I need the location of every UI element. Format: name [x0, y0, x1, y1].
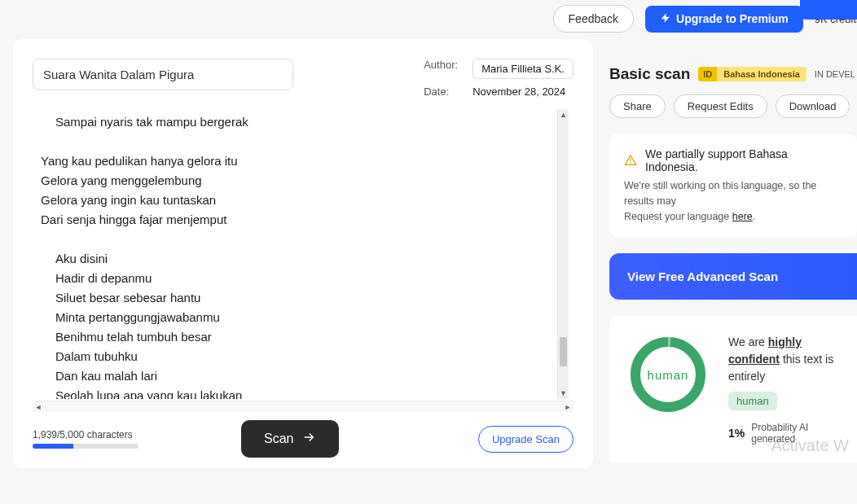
date-value: November 28, 2024: [472, 85, 570, 98]
editor-line: Benihmu telah tumbuh besar: [41, 327, 541, 347]
result-donut: human: [627, 334, 709, 415]
scroll-up-icon[interactable]: ▲: [558, 109, 569, 121]
upgrade-label: Upgrade to Premium: [676, 12, 789, 25]
editor-line: Hadir di depanmu: [41, 269, 541, 288]
advanced-scan-banner[interactable]: View Free Advanced Scan: [609, 253, 857, 300]
language-badge: ID Bahasa Indonesia: [698, 67, 806, 81]
char-count: 1,939/5,000 characters: [33, 429, 138, 440]
download-button[interactable]: Download: [776, 94, 850, 118]
feedback-button[interactable]: Feedback: [553, 5, 634, 33]
lang-name: Bahasa Indonesia: [717, 67, 806, 81]
editor-line: Yang kau pedulikan hanya gelora itu: [41, 151, 541, 171]
scroll-left-icon[interactable]: ◄: [33, 403, 44, 411]
editor-line: Gelora yang menggelembung: [41, 171, 541, 191]
topbar: Feedback Upgrade to Premium 9K credits o…: [0, 0, 857, 39]
editor-line: [41, 230, 541, 249]
bolt-icon: [660, 12, 671, 26]
donut-label: human: [648, 368, 689, 382]
upgrade-scan-button[interactable]: Upgrade Scan: [478, 426, 574, 453]
arrow-right-icon: [301, 430, 316, 448]
warning-icon: [624, 154, 637, 167]
horizontal-scrollbar[interactable]: ◄ ►: [33, 401, 574, 412]
editor-line: Minta pertanggungjawabanmu: [41, 308, 541, 327]
warning-body: We're still working on this language, so…: [624, 178, 842, 224]
dev-status: IN DEVEL: [815, 69, 855, 79]
editor-line: Sampai nyaris tak mampu bergerak: [41, 112, 541, 132]
result-card: human We are highly confident this text …: [609, 316, 857, 462]
editor-line: Dari senja hingga fajar menjemput: [41, 210, 541, 230]
author-label: Author:: [424, 59, 458, 79]
date-label: Date:: [424, 85, 458, 98]
scroll-down-icon[interactable]: ▼: [558, 388, 569, 399]
author-value[interactable]: Maria Fillieta S.K.: [472, 59, 574, 79]
warning-heading: We partially support Bahasa Indonesia.: [645, 147, 842, 173]
editor-panel: Author: Maria Fillieta S.K. Date: Novemb…: [13, 39, 593, 469]
scan-title: Basic scan: [609, 65, 690, 83]
upgrade-premium-button[interactable]: Upgrade to Premium: [645, 6, 803, 33]
editor-line: Dan kau malah lari: [41, 366, 541, 386]
request-language-link[interactable]: here: [732, 211, 753, 222]
editor-line: Dalam tubuhku: [41, 347, 541, 366]
lang-code: ID: [698, 67, 717, 81]
language-warning: We partially support Bahasa Indonesia. W…: [609, 134, 857, 237]
svg-rect-0: [630, 159, 631, 161]
results-panel: Basic scan ID Bahasa Indonesia IN DEVEL …: [609, 39, 857, 469]
corner-accent: [800, 0, 857, 20]
share-button[interactable]: Share: [609, 94, 666, 118]
probability-percent: 1%: [728, 427, 745, 440]
vertical-scrollbar[interactable]: ▲ ▼: [557, 109, 569, 399]
result-text: We are highly confident this text is ent…: [728, 334, 839, 385]
char-progress: [33, 444, 138, 449]
editor-line: Aku disini: [41, 249, 541, 269]
svg-rect-1: [630, 163, 631, 164]
document-title-input[interactable]: [33, 59, 293, 90]
probability-label: Probability AI generated: [751, 422, 839, 445]
scan-label: Scan: [264, 432, 293, 446]
editor-line: [41, 132, 541, 151]
text-editor[interactable]: Sampai nyaris tak mampu bergerak Yang ka…: [33, 109, 574, 399]
scan-button[interactable]: Scan: [241, 420, 339, 458]
scroll-right-icon[interactable]: ►: [562, 403, 574, 411]
editor-line: Seolah lupa apa yang kau lakukan: [41, 386, 541, 399]
request-edits-button[interactable]: Request Edits: [674, 94, 767, 118]
scroll-thumb[interactable]: [560, 337, 567, 366]
editor-line: Gelora yang ingin kau tuntaskan: [41, 191, 541, 210]
human-pill: human: [728, 392, 777, 410]
editor-line: Siluet besar sebesar hantu: [41, 288, 541, 308]
